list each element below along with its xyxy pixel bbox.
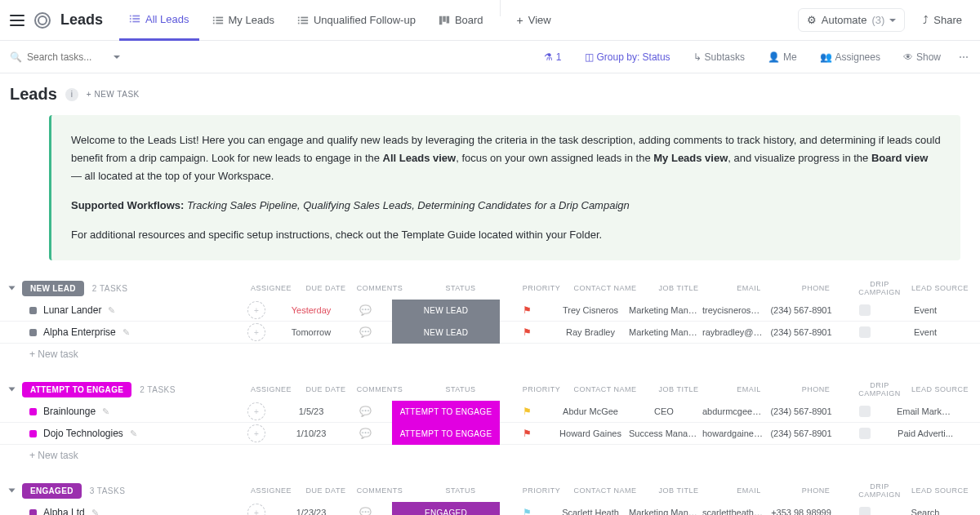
page-title: Leads bbox=[60, 11, 103, 29]
search-wrap: 🔍 bbox=[10, 51, 120, 63]
tab-add-view[interactable]: +View bbox=[507, 0, 561, 41]
status-dot bbox=[29, 408, 37, 415]
new-task-row[interactable]: + New task bbox=[0, 344, 980, 365]
caret-icon bbox=[889, 19, 896, 22]
tab-unqualified[interactable]: Unqualified Follow-up bbox=[287, 0, 425, 41]
drip-checkbox[interactable] bbox=[859, 326, 871, 338]
automate-button[interactable]: ⚙ Automate (3) bbox=[798, 8, 906, 32]
email: howardgaines@dojot bbox=[701, 428, 768, 438]
svg-rect-13 bbox=[301, 16, 308, 18]
show-button[interactable]: 👁Show bbox=[898, 49, 946, 65]
more-icon[interactable]: ⋯ bbox=[959, 51, 970, 63]
task-row[interactable]: Brainlounge✎ + 1/5/23 💬 ATTEMPT TO ENGAG… bbox=[0, 401, 980, 423]
status-pill[interactable]: ATTEMPT TO ENGAGE bbox=[392, 401, 500, 423]
email: treycisneros@lunarla bbox=[701, 305, 768, 315]
comments-icon[interactable]: 💬 bbox=[338, 507, 392, 515]
drip-checkbox[interactable] bbox=[859, 507, 871, 515]
group-badge[interactable]: NEW LEAD bbox=[22, 281, 84, 296]
share-button[interactable]: ⤴ Share bbox=[915, 9, 970, 31]
job-title: Marketing Manager bbox=[627, 305, 701, 315]
status-pill[interactable]: NEW LEAD bbox=[392, 322, 500, 344]
svg-rect-2 bbox=[130, 18, 131, 20]
priority-flag[interactable]: ⚑ bbox=[523, 304, 532, 316]
chevron-icon[interactable] bbox=[9, 489, 16, 493]
due-date[interactable]: Tomorrow bbox=[284, 327, 338, 337]
task-row[interactable]: Lunar Lander✎ + Yesterday 💬 NEW LEAD ⚑ T… bbox=[0, 300, 980, 322]
assignee-avatar[interactable]: + bbox=[247, 504, 265, 515]
priority-flag[interactable]: ⚑ bbox=[523, 428, 532, 439]
due-date[interactable]: 1/5/23 bbox=[284, 406, 338, 416]
edit-icon[interactable]: ✎ bbox=[102, 406, 109, 417]
tab-my-leads[interactable]: My Leads bbox=[203, 0, 284, 41]
task-name-text: Alpha Enterprise bbox=[43, 326, 116, 338]
priority-flag[interactable]: ⚑ bbox=[523, 507, 532, 515]
comments-icon[interactable]: 💬 bbox=[338, 326, 392, 338]
comments-icon[interactable]: 💬 bbox=[338, 406, 392, 417]
assignee-avatar[interactable]: + bbox=[247, 424, 265, 442]
tab-board[interactable]: Board bbox=[429, 0, 493, 41]
me-button[interactable]: 👤Me bbox=[763, 49, 802, 65]
welcome-box: Welcome to the Leads List! Here you can … bbox=[49, 115, 960, 260]
email: abdurmcgee@brainlo bbox=[701, 406, 768, 416]
lead-source: Event bbox=[895, 305, 956, 315]
svg-rect-17 bbox=[301, 22, 308, 24]
task-row[interactable]: Alpha Enterprise✎ + Tomorrow 💬 NEW LEAD … bbox=[0, 322, 980, 344]
chevron-down-icon[interactable] bbox=[114, 55, 120, 59]
svg-rect-19 bbox=[443, 16, 446, 21]
assignees-button[interactable]: 👥Assignees bbox=[815, 49, 885, 65]
board-icon bbox=[439, 15, 450, 26]
status-pill[interactable]: ENGAGED bbox=[392, 502, 500, 515]
due-date[interactable]: 1/10/23 bbox=[284, 428, 338, 438]
chevron-icon[interactable] bbox=[9, 286, 16, 291]
priority-flag[interactable]: ⚑ bbox=[523, 326, 532, 338]
edit-icon[interactable]: ✎ bbox=[108, 305, 115, 316]
task-row[interactable]: Alpha Ltd✎ + 1/23/23 💬 ENGAGED ⚑ Scarlet… bbox=[0, 502, 980, 515]
status-pill[interactable]: ATTEMPT TO ENGAGE bbox=[392, 423, 500, 445]
menu-icon[interactable] bbox=[10, 15, 24, 26]
assignee-avatar[interactable]: + bbox=[247, 323, 265, 341]
assignee-avatar[interactable]: + bbox=[247, 402, 265, 420]
due-date[interactable]: 1/23/23 bbox=[284, 508, 338, 515]
task-count: 2 TASKS bbox=[92, 284, 128, 293]
search-input[interactable] bbox=[27, 51, 109, 63]
tab-all-leads[interactable]: All Leads bbox=[119, 0, 198, 41]
group-badge[interactable]: ATTEMPT TO ENGAGE bbox=[22, 382, 131, 397]
lead-source: Event bbox=[895, 327, 956, 337]
new-task-row[interactable]: + New task bbox=[0, 445, 980, 466]
status-pill[interactable]: NEW LEAD bbox=[392, 300, 500, 322]
person-icon: 👤 bbox=[768, 51, 780, 63]
subtasks-button[interactable]: ↳Subtasks bbox=[688, 49, 750, 65]
svg-rect-16 bbox=[298, 22, 300, 24]
filter-icon: ⚗ bbox=[544, 51, 553, 63]
comments-icon[interactable]: 💬 bbox=[338, 428, 392, 439]
due-date[interactable]: Yesterday bbox=[284, 305, 338, 315]
chevron-icon[interactable] bbox=[9, 388, 16, 392]
drip-checkbox[interactable] bbox=[859, 428, 871, 439]
drip-checkbox[interactable] bbox=[859, 406, 871, 417]
edit-icon[interactable]: ✎ bbox=[122, 327, 130, 338]
new-task-button[interactable]: + NEW TASK bbox=[87, 90, 140, 99]
comments-icon[interactable]: 💬 bbox=[338, 304, 392, 316]
task-row[interactable]: Dojo Technologies✎ + 1/10/23 💬 ATTEMPT T… bbox=[0, 423, 980, 445]
priority-flag[interactable]: ⚑ bbox=[523, 406, 532, 417]
automate-icon: ⚙ bbox=[807, 14, 817, 26]
group-header: ATTEMPT TO ENGAGE 2 TASKS ASSIGNEEDUE DA… bbox=[0, 378, 980, 401]
tabs: All Leads My Leads Unqualified Follow-up… bbox=[119, 0, 561, 41]
filter-button[interactable]: ⚗1 bbox=[539, 49, 567, 65]
task-name-text: Brainlounge bbox=[43, 406, 96, 417]
job-title: CEO bbox=[627, 406, 701, 416]
drip-checkbox[interactable] bbox=[859, 304, 871, 316]
task-name-text: Lunar Lander bbox=[43, 304, 101, 316]
task-count: 2 TASKS bbox=[140, 385, 176, 394]
assignee-avatar[interactable]: + bbox=[247, 301, 265, 319]
phone: +353 98 98999 bbox=[768, 508, 835, 515]
job-title: Success Manager bbox=[627, 428, 701, 438]
search-icon: 🔍 bbox=[10, 51, 22, 63]
edit-icon[interactable]: ✎ bbox=[91, 508, 99, 515]
record-icon bbox=[34, 12, 51, 29]
contact-name: Scarlett Heath bbox=[554, 508, 627, 515]
info-icon[interactable]: i bbox=[65, 88, 78, 101]
edit-icon[interactable]: ✎ bbox=[130, 428, 137, 439]
groupby-button[interactable]: ◫Group by: Status bbox=[580, 49, 675, 65]
group-badge[interactable]: ENGAGED bbox=[22, 483, 82, 499]
